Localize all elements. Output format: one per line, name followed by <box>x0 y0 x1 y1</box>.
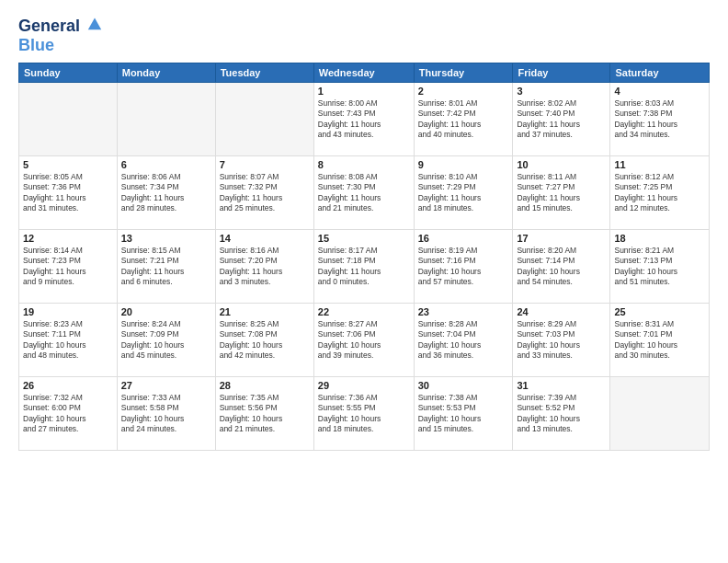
calendar-cell: 7Sunrise: 8:07 AM Sunset: 7:32 PM Daylig… <box>215 155 313 229</box>
calendar-cell: 25Sunrise: 8:31 AM Sunset: 7:01 PM Dayli… <box>610 303 710 376</box>
calendar-cell: 24Sunrise: 8:29 AM Sunset: 7:03 PM Dayli… <box>513 303 610 376</box>
calendar: SundayMondayTuesdayWednesdayThursdayFrid… <box>18 63 710 451</box>
day-info: Sunrise: 8:00 AM Sunset: 7:43 PM Dayligh… <box>318 98 410 141</box>
day-info: Sunrise: 8:19 AM Sunset: 7:16 PM Dayligh… <box>418 246 509 288</box>
calendar-cell: 16Sunrise: 8:19 AM Sunset: 7:16 PM Dayli… <box>414 229 513 303</box>
calendar-cell: 14Sunrise: 8:16 AM Sunset: 7:20 PM Dayli… <box>215 229 313 303</box>
day-number: 2 <box>418 86 509 97</box>
calendar-cell: 28Sunrise: 7:35 AM Sunset: 5:56 PM Dayli… <box>215 376 313 450</box>
calendar-cell: 15Sunrise: 8:17 AM Sunset: 7:18 PM Dayli… <box>313 229 414 303</box>
weekday-header-tuesday: Tuesday <box>215 63 313 82</box>
day-info: Sunrise: 8:31 AM Sunset: 7:01 PM Dayligh… <box>614 319 705 362</box>
day-number: 23 <box>418 306 509 317</box>
day-number: 13 <box>121 233 211 244</box>
day-number: 28 <box>220 380 310 391</box>
weekday-header-monday: Monday <box>117 63 215 82</box>
day-info: Sunrise: 8:21 AM Sunset: 7:13 PM Dayligh… <box>614 246 705 288</box>
day-number: 15 <box>318 233 410 244</box>
day-number: 14 <box>220 233 310 244</box>
day-info: Sunrise: 8:08 AM Sunset: 7:30 PM Dayligh… <box>318 172 410 214</box>
page: General Blue SundayMondayTuesdayWednesda… <box>0 0 728 563</box>
calendar-cell: 10Sunrise: 8:11 AM Sunset: 7:27 PM Dayli… <box>513 155 610 229</box>
day-number: 24 <box>517 306 606 317</box>
day-number: 7 <box>220 159 310 170</box>
day-number: 8 <box>318 159 410 170</box>
day-info: Sunrise: 8:15 AM Sunset: 7:21 PM Dayligh… <box>121 246 211 288</box>
weekday-header-thursday: Thursday <box>414 63 513 82</box>
calendar-cell: 5Sunrise: 8:05 AM Sunset: 7:36 PM Daylig… <box>19 155 118 229</box>
logo-blue: Blue <box>18 36 103 55</box>
calendar-cell: 23Sunrise: 8:28 AM Sunset: 7:04 PM Dayli… <box>414 303 513 376</box>
calendar-cell: 30Sunrise: 7:38 AM Sunset: 5:53 PM Dayli… <box>414 376 513 450</box>
day-info: Sunrise: 8:12 AM Sunset: 7:25 PM Dayligh… <box>614 172 705 214</box>
calendar-cell: 26Sunrise: 7:32 AM Sunset: 6:00 PM Dayli… <box>19 376 118 450</box>
day-number: 29 <box>318 380 410 391</box>
day-info: Sunrise: 8:07 AM Sunset: 7:32 PM Dayligh… <box>220 172 310 214</box>
day-number: 22 <box>318 306 410 317</box>
calendar-cell: 8Sunrise: 8:08 AM Sunset: 7:30 PM Daylig… <box>313 155 414 229</box>
day-info: Sunrise: 8:05 AM Sunset: 7:36 PM Dayligh… <box>23 172 113 214</box>
day-info: Sunrise: 8:10 AM Sunset: 7:29 PM Dayligh… <box>418 172 509 214</box>
weekday-header-friday: Friday <box>513 63 610 82</box>
calendar-cell <box>117 82 215 155</box>
day-number: 1 <box>318 86 410 97</box>
day-number: 3 <box>517 86 606 97</box>
calendar-cell: 21Sunrise: 8:25 AM Sunset: 7:08 PM Dayli… <box>215 303 313 376</box>
day-number: 17 <box>517 233 606 244</box>
day-info: Sunrise: 8:01 AM Sunset: 7:42 PM Dayligh… <box>418 98 509 141</box>
day-number: 25 <box>614 306 705 317</box>
day-info: Sunrise: 8:02 AM Sunset: 7:40 PM Dayligh… <box>517 98 606 141</box>
svg-marker-0 <box>88 18 101 30</box>
day-info: Sunrise: 7:32 AM Sunset: 6:00 PM Dayligh… <box>23 393 113 435</box>
day-number: 31 <box>517 380 606 391</box>
day-info: Sunrise: 8:25 AM Sunset: 7:08 PM Dayligh… <box>220 319 310 362</box>
weekday-header-saturday: Saturday <box>610 63 710 82</box>
calendar-cell: 11Sunrise: 8:12 AM Sunset: 7:25 PM Dayli… <box>610 155 710 229</box>
calendar-cell <box>215 82 313 155</box>
day-number: 21 <box>220 306 310 317</box>
day-info: Sunrise: 8:29 AM Sunset: 7:03 PM Dayligh… <box>517 319 606 362</box>
day-number: 10 <box>517 159 606 170</box>
calendar-cell: 17Sunrise: 8:20 AM Sunset: 7:14 PM Dayli… <box>513 229 610 303</box>
calendar-cell: 27Sunrise: 7:33 AM Sunset: 5:58 PM Dayli… <box>117 376 215 450</box>
calendar-cell: 18Sunrise: 8:21 AM Sunset: 7:13 PM Dayli… <box>610 229 710 303</box>
calendar-cell: 4Sunrise: 8:03 AM Sunset: 7:38 PM Daylig… <box>610 82 710 155</box>
calendar-cell: 19Sunrise: 8:23 AM Sunset: 7:11 PM Dayli… <box>19 303 118 376</box>
weekday-header-wednesday: Wednesday <box>313 63 414 82</box>
calendar-cell: 1Sunrise: 8:00 AM Sunset: 7:43 PM Daylig… <box>313 82 414 155</box>
header: General Blue <box>18 15 710 55</box>
calendar-cell: 29Sunrise: 7:36 AM Sunset: 5:55 PM Dayli… <box>313 376 414 450</box>
day-number: 11 <box>614 159 705 170</box>
day-info: Sunrise: 8:20 AM Sunset: 7:14 PM Dayligh… <box>517 246 606 288</box>
calendar-cell: 31Sunrise: 7:39 AM Sunset: 5:52 PM Dayli… <box>513 376 610 450</box>
day-number: 12 <box>23 233 113 244</box>
day-info: Sunrise: 8:17 AM Sunset: 7:18 PM Dayligh… <box>318 246 410 288</box>
day-number: 4 <box>614 86 705 97</box>
calendar-cell: 12Sunrise: 8:14 AM Sunset: 7:23 PM Dayli… <box>19 229 118 303</box>
day-number: 9 <box>418 159 509 170</box>
day-info: Sunrise: 7:33 AM Sunset: 5:58 PM Dayligh… <box>121 393 211 435</box>
calendar-cell: 20Sunrise: 8:24 AM Sunset: 7:09 PM Dayli… <box>117 303 215 376</box>
day-number: 5 <box>23 159 113 170</box>
calendar-cell <box>610 376 710 450</box>
day-number: 26 <box>23 380 113 391</box>
calendar-cell: 13Sunrise: 8:15 AM Sunset: 7:21 PM Dayli… <box>117 229 215 303</box>
day-info: Sunrise: 8:27 AM Sunset: 7:06 PM Dayligh… <box>318 319 410 362</box>
calendar-cell: 2Sunrise: 8:01 AM Sunset: 7:42 PM Daylig… <box>414 82 513 155</box>
calendar-cell: 9Sunrise: 8:10 AM Sunset: 7:29 PM Daylig… <box>414 155 513 229</box>
calendar-cell <box>19 82 118 155</box>
day-info: Sunrise: 8:16 AM Sunset: 7:20 PM Dayligh… <box>220 246 310 288</box>
calendar-cell: 22Sunrise: 8:27 AM Sunset: 7:06 PM Dayli… <box>313 303 414 376</box>
day-info: Sunrise: 8:03 AM Sunset: 7:38 PM Dayligh… <box>614 98 705 141</box>
day-info: Sunrise: 7:39 AM Sunset: 5:52 PM Dayligh… <box>517 393 606 435</box>
day-info: Sunrise: 7:35 AM Sunset: 5:56 PM Dayligh… <box>220 393 310 435</box>
day-info: Sunrise: 8:06 AM Sunset: 7:34 PM Dayligh… <box>121 172 211 214</box>
day-info: Sunrise: 8:14 AM Sunset: 7:23 PM Dayligh… <box>23 246 113 288</box>
day-number: 18 <box>614 233 705 244</box>
day-info: Sunrise: 7:36 AM Sunset: 5:55 PM Dayligh… <box>318 393 410 435</box>
logo-icon <box>86 15 103 31</box>
day-info: Sunrise: 8:28 AM Sunset: 7:04 PM Dayligh… <box>418 319 509 362</box>
day-number: 6 <box>121 159 211 170</box>
logo-text: General <box>18 15 103 36</box>
calendar-cell: 3Sunrise: 8:02 AM Sunset: 7:40 PM Daylig… <box>513 82 610 155</box>
